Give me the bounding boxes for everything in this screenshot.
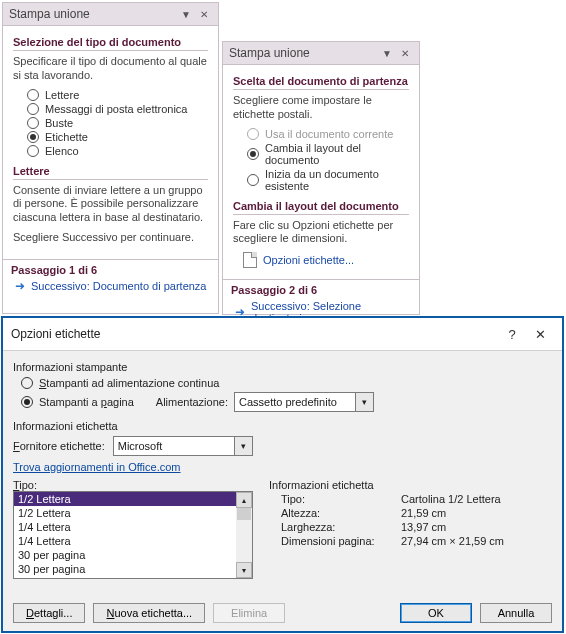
ok-button[interactable]: OK xyxy=(400,603,472,623)
radio-icon xyxy=(27,117,39,129)
radio-icon xyxy=(27,103,39,115)
close-icon[interactable]: ✕ xyxy=(526,324,554,344)
radio-icon xyxy=(21,377,33,389)
label-info-title: Informazioni etichetta xyxy=(269,479,552,491)
document-icon xyxy=(243,252,257,268)
pane1-info-title: Lettere xyxy=(13,165,208,180)
details-button[interactable]: Dettagli... xyxy=(13,603,85,623)
arrow-right-icon: ➜ xyxy=(15,280,25,292)
pane2-section-title: Scelta del documento di partenza xyxy=(233,75,409,90)
pane1-next-link[interactable]: ➜ Successivo: Documento di partenza xyxy=(11,280,210,292)
doc-type-etichette[interactable]: Etichette xyxy=(27,131,208,143)
label-info-table: Tipo:Cartolina 1/2 Lettera Altezza:21,59… xyxy=(281,493,552,547)
printer-page[interactable]: Stampanti a pagina Alimentazione: Casset… xyxy=(21,392,552,412)
dropdown-icon[interactable]: ▼ xyxy=(178,6,194,22)
pane1-step: Passaggio 1 di 6 xyxy=(11,264,210,276)
start-doc-change-layout[interactable]: Cambia il layout del documento xyxy=(247,142,409,166)
close-icon[interactable]: ✕ xyxy=(196,6,212,22)
label-options-link[interactable]: Opzioni etichette... xyxy=(243,252,409,268)
radio-icon xyxy=(27,131,39,143)
dialog-button-row: Dettagli... Nuova etichetta... Elimina O… xyxy=(13,603,552,623)
list-item[interactable]: 1/4 Lettera xyxy=(14,520,252,534)
pane1-footer: Passaggio 1 di 6 ➜ Successivo: Documento… xyxy=(3,259,218,298)
find-updates-link[interactable]: Trova aggiornamenti in Office.com xyxy=(13,461,181,473)
task-pane-step2: Stampa unione ▼ ✕ Scelta del documento d… xyxy=(222,41,420,315)
radio-icon xyxy=(247,174,259,186)
dialog-titlebar: Opzioni etichette ? ✕ xyxy=(3,318,562,351)
pane1-info-desc: Consente di inviare lettere a un gruppo … xyxy=(13,184,208,225)
label-options-dialog: Opzioni etichette ? ✕ Informazioni stamp… xyxy=(1,316,564,633)
pane1-title: Stampa unione xyxy=(9,7,176,21)
new-label-button[interactable]: Nuova etichetta... xyxy=(93,603,205,623)
scroll-up-icon[interactable]: ▴ xyxy=(236,492,252,508)
radio-icon xyxy=(27,145,39,157)
radio-icon xyxy=(21,396,33,408)
label-info-group: Informazioni etichetta xyxy=(13,420,552,432)
scroll-thumb[interactable] xyxy=(237,508,251,520)
radio-icon xyxy=(247,128,259,140)
doc-type-lettere[interactable]: Lettere xyxy=(27,89,208,101)
pane2-desc: Scegliere come impostare le etichette po… xyxy=(233,94,409,122)
scrollbar[interactable]: ▴ ▾ xyxy=(236,492,252,578)
pane2-title: Stampa unione xyxy=(229,46,377,60)
radio-icon xyxy=(247,148,259,160)
dialog-body: Informazioni stampante Stampanti ad alim… xyxy=(3,351,562,585)
vendor-label: Fornitore etichette: xyxy=(13,440,105,452)
radio-icon xyxy=(27,89,39,101)
start-doc-current: Usa il documento corrente xyxy=(247,128,409,140)
feed-tray-select[interactable]: Cassetto predefinito ▾ xyxy=(234,392,374,412)
doc-type-elenco[interactable]: Elenco xyxy=(27,145,208,157)
pane2-sub-title: Cambia il layout del documento xyxy=(233,200,409,215)
help-icon[interactable]: ? xyxy=(498,324,526,344)
label-type-listbox[interactable]: 1/2 Lettera 1/2 Lettera 1/4 Lettera 1/4 … xyxy=(13,491,253,579)
pane1-header: Stampa unione ▼ ✕ xyxy=(3,3,218,26)
cancel-button[interactable]: Annulla xyxy=(480,603,552,623)
task-pane-step1: Stampa unione ▼ ✕ Selezione del tipo di … xyxy=(2,2,219,314)
scroll-down-icon[interactable]: ▾ xyxy=(236,562,252,578)
list-item[interactable]: 1/2 Lettera xyxy=(14,506,252,520)
dropdown-icon[interactable]: ▼ xyxy=(379,45,395,61)
type-label: Tipo: xyxy=(13,479,253,491)
start-doc-existing[interactable]: Inizia da un documento esistente xyxy=(247,168,409,192)
label-vendor-select[interactable]: Microsoft ▾ xyxy=(113,436,253,456)
pane1-section-title: Selezione del tipo di documento xyxy=(13,36,208,51)
list-item[interactable]: 1/2 Lettera xyxy=(14,492,252,506)
printer-continuous[interactable]: Stampanti ad alimentazione continua xyxy=(21,377,552,389)
pane2-sub-desc: Fare clic su Opzioni etichette per scegl… xyxy=(233,219,409,247)
list-item[interactable]: 30 per pagina xyxy=(14,548,252,562)
pane1-desc: Specificare il tipo di documento al qual… xyxy=(13,55,208,83)
chevron-down-icon: ▾ xyxy=(355,393,373,411)
doc-type-buste[interactable]: Buste xyxy=(27,117,208,129)
printer-continuous-label: Stampanti ad alimentazione continua xyxy=(39,377,219,389)
pane1-body: Selezione del tipo di documento Specific… xyxy=(3,26,218,259)
pane2-step: Passaggio 2 di 6 xyxy=(231,284,411,296)
close-icon[interactable]: ✕ xyxy=(397,45,413,61)
doc-type-email[interactable]: Messaggi di posta elettronica xyxy=(27,103,208,115)
feed-label: Alimentazione: xyxy=(156,396,228,408)
list-item[interactable]: 1/4 Lettera xyxy=(14,534,252,548)
printer-info-group: Informazioni stampante xyxy=(13,361,552,373)
list-item[interactable]: 30 per pagina xyxy=(14,562,252,576)
printer-page-label: Stampanti a pagina xyxy=(39,396,134,408)
pane2-header: Stampa unione ▼ ✕ xyxy=(223,42,419,65)
dialog-title: Opzioni etichette xyxy=(11,327,498,341)
delete-button: Elimina xyxy=(213,603,285,623)
pane1-info-hint: Scegliere Successivo per continuare. xyxy=(13,231,208,245)
chevron-down-icon: ▾ xyxy=(234,437,252,455)
pane2-body: Scelta del documento di partenza Sceglie… xyxy=(223,65,419,279)
